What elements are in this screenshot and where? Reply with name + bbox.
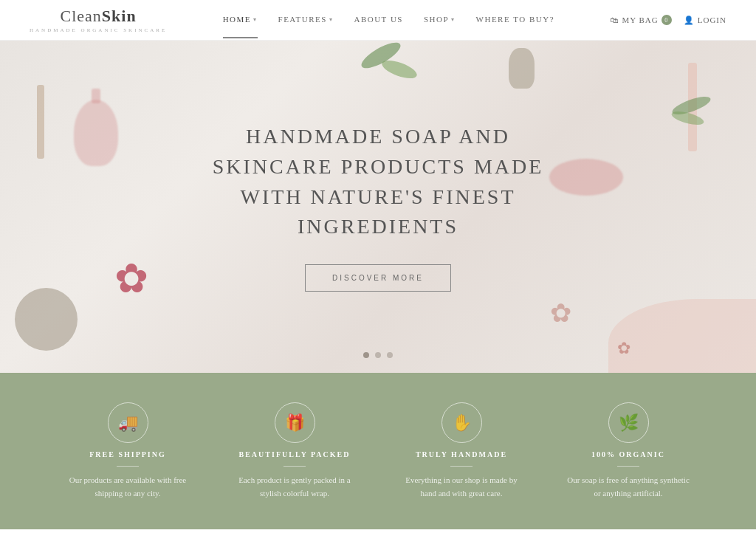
nav-right: 🛍 MY BAG 0 👤 LOGIN [610,15,726,25]
bottle-left-deco [74,100,118,166]
chevron-down-icon: ▾ [329,16,334,23]
feature-packed: 🎁 BEAUTIFULLY PACKED Each product is gen… [232,402,357,500]
logo-tagline: HANDMADE ORGANIC SKINCARE [30,27,167,33]
bag-count: 0 [662,15,672,25]
chevron-down-icon: ▾ [451,16,456,23]
disc-deco [15,288,78,351]
nav-shop[interactable]: SHOP ▾ [424,1,456,38]
feature-divider [284,466,306,467]
shipping-icon: 🚚 [108,402,148,443]
nav-about[interactable]: ABOUT US [354,1,403,38]
user-icon: 👤 [684,16,695,25]
bag-button[interactable]: 🛍 MY BAG 0 [610,15,671,25]
leaf-icon: 🌿 [608,402,649,443]
leaf-top-deco [351,41,440,100]
hand-icon: ✋ [441,402,482,443]
site-header: CleanSkin HANDMADE ORGANIC SKINCARE HOME… [0,0,756,41]
slider-dots [363,352,393,358]
feature-desc-shipping: Our products are available with free shi… [65,474,190,500]
login-button[interactable]: 👤 LOGIN [684,16,726,25]
feature-divider [450,466,472,467]
feature-desc-handmade: Everything in our shop is made by hand a… [399,474,524,500]
products-section: FEATURED PRODUCTS [0,529,756,550]
feature-title-shipping: FREE SHIPPING [89,450,166,458]
leaf-right-deco [653,100,712,129]
main-nav: HOME ▾ FEATURES ▾ ABOUT US SHOP ▾ WHERE … [223,1,554,38]
dot-2[interactable] [375,352,381,358]
nav-where-to-buy[interactable]: WHERE TO BUY? [476,1,554,38]
logo[interactable]: CleanSkin HANDMADE ORGANIC SKINCARE [30,7,167,33]
feature-handmade: ✋ TRULY HANDMADE Everything in our shop … [399,402,524,500]
feature-desc-packed: Each product is gently packed in a styli… [232,474,357,500]
bag-icon: 🛍 [610,16,619,24]
features-band: 🚚 FREE SHIPPING Our products are availab… [0,373,756,529]
feature-divider [117,466,139,467]
login-label: LOGIN [698,16,726,24]
hero-content: HANDMADE SOAP AND SKINCARE PRODUCTS MADE… [212,122,544,291]
bag-label: MY BAG [622,16,658,24]
chevron-down-icon: ▾ [253,16,258,23]
nav-home[interactable]: HOME ▾ [223,1,258,38]
dish-right-deco [549,159,623,196]
dot-1[interactable] [363,352,369,358]
cloth-deco [608,299,756,373]
feature-divider [617,466,639,467]
feature-organic: 🌿 100% ORGANIC Our soap is free of anyth… [566,402,691,500]
dot-3[interactable] [387,352,393,358]
rose-small-deco: ✿ [617,339,630,358]
feature-title-organic: 100% ORGANIC [591,450,665,458]
vase-top-right-deco [509,48,535,89]
candle-left-deco [37,85,44,159]
feature-title-packed: BEAUTIFULLY PACKED [239,450,351,458]
nav-features[interactable]: FEATURES ▾ [278,1,334,38]
flower-deco [114,255,166,306]
rose-right-deco: ✿ [550,298,571,329]
logo-text: CleanSkin [61,7,137,26]
feature-free-shipping: 🚚 FREE SHIPPING Our products are availab… [65,402,190,500]
hero-section: ✿ ✿ HANDMADE SOAP AND SKINCARE PRODUCTS … [0,41,756,373]
feature-title-handmade: TRULY HANDMADE [416,450,507,458]
feature-desc-organic: Our soap is free of anything synthetic o… [566,474,691,500]
hero-title: HANDMADE SOAP AND SKINCARE PRODUCTS MADE… [212,122,544,241]
discover-more-button[interactable]: DISCOVER MORE [305,264,451,292]
gift-icon: 🎁 [275,402,315,443]
